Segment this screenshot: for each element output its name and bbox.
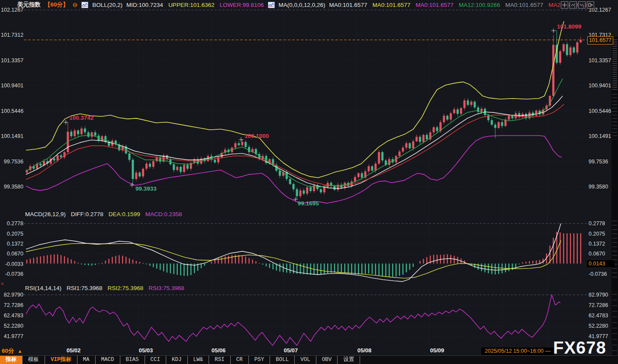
date-label: 05/03 <box>139 347 153 354</box>
chart-toolbar <box>561 1 594 9</box>
macd-axis-label: 0.1372 <box>1 240 23 247</box>
macd-axis-label: 0.2778 <box>1 220 23 227</box>
zoom-in-chart-icon[interactable] <box>570 1 577 9</box>
indicator-value: DEA:0.1599 <box>109 211 140 217</box>
ma-label: MA(0,0,0,12,0,26) <box>279 2 325 8</box>
price-axis-label: 101.3357 <box>1 57 23 64</box>
tab-vol[interactable]: VOL <box>295 356 316 364</box>
indicator-value: RSI1:75.3968 <box>67 285 103 291</box>
price-axis-label: 99.7536 <box>589 158 614 165</box>
indicator-value: MA0:101.6577 <box>329 2 367 8</box>
current-bar-time-tag: 2025/05/12 15:00~16:00 — <box>481 348 554 355</box>
indicator-value: RSI2:75.3968 <box>108 285 144 291</box>
macd-panel-header: MACD(26,12,9) DIFF:0.2778DEA:0.1599MACD:… <box>25 211 182 217</box>
rsi-axis-label: 82.9790 <box>1 291 23 298</box>
tab-rsi[interactable]: RSI <box>209 356 231 364</box>
price-axis-label: 101.3357 <box>589 57 614 64</box>
date-label: 05/07 <box>284 347 298 354</box>
rsi-values: RSI1:75.3968RSI2:75.3968RSI3:75.3968 <box>67 285 184 291</box>
indicator-value: LOWER:99.8106 <box>219 2 264 8</box>
collapse-icon[interactable]: ⊖ <box>73 1 78 8</box>
boll-label: BOLL(20,2) <box>92 2 122 8</box>
indicator-value: DIFF:0.2778 <box>71 211 103 217</box>
rsi-axis-label: 62.4783 <box>1 312 23 319</box>
indicator-value: MACD:0.2358 <box>145 211 182 217</box>
date-label: 05/02 <box>67 347 81 354</box>
panel-marker-icon[interactable]: ✕ <box>0 281 4 286</box>
macd-axis-label: -0.0736 <box>1 271 23 278</box>
rsi-axis-label: 72.7286 <box>589 302 614 309</box>
macd-axis-label: 0.2075 <box>1 230 23 237</box>
tab-cr[interactable]: CR <box>231 356 249 364</box>
indicator-value: MA0:101.6577 <box>372 2 410 8</box>
tab-kdj[interactable]: KDJ <box>166 356 188 364</box>
ma-values: MA0:101.6577MA0:101.6577MA0:101.6577MA12… <box>329 2 590 8</box>
macd-title[interactable]: MACD(26,12,9) <box>25 211 66 217</box>
date-label: 05/08 <box>357 347 372 354</box>
macd-axis-label: 0.0670 <box>1 250 23 257</box>
date-label: 05/06 <box>212 347 226 354</box>
export-chart-icon[interactable] <box>587 1 594 9</box>
price-annotation: 99.1695 <box>298 200 319 207</box>
indicator-value: MA12:100.9266 <box>459 2 500 8</box>
date-label: 05/09 <box>430 347 444 354</box>
ma-indicator-icon[interactable] <box>268 2 275 8</box>
tab-设置[interactable]: 设置 <box>338 356 360 364</box>
macd-axis-label: -0.0736 <box>589 271 614 278</box>
chart-header: 美元指数 【60分】 ⊖ BOLL(20,2) MID:100.7234UPPE… <box>17 0 590 10</box>
watermark: FX678 <box>553 338 606 358</box>
indicator-value: UPPER:101.6362 <box>168 2 215 8</box>
tab-模板[interactable]: 模板 <box>23 356 45 364</box>
price-axis-label: 100.9401 <box>1 82 23 89</box>
tab-indicators[interactable]: 指标 <box>0 356 23 364</box>
indicator-value: MA0:101.6577 <box>415 2 454 8</box>
tab-lw&[interactable]: LW& <box>188 356 209 364</box>
indicator-tabbar: 指标模板VIP指标MAMACDBIASCCIKDJLW&RSICRPSYBOLL… <box>0 355 618 364</box>
macd-axis-label: 0.1372 <box>589 240 614 247</box>
macd-values: DIFF:0.2778DEA:0.1599MACD:0.2358 <box>71 211 182 217</box>
boll-values: MID:100.7234UPPER:101.6362LOWER:99.8106 <box>126 2 264 8</box>
tab-macd[interactable]: MACD <box>96 356 120 364</box>
rsi-title[interactable]: RSI(14,14,14) <box>25 285 61 291</box>
rsi-axis-label: 52.2280 <box>589 322 614 329</box>
price-axis-label: 100.5446 <box>1 108 23 115</box>
macd-axis-label: 0.2075 <box>589 230 614 237</box>
price-annotation: 100.3742 <box>69 115 93 121</box>
zoom-out-chart-icon[interactable] <box>578 1 586 9</box>
price-axis-label: 100.1491 <box>589 133 614 140</box>
price-annotation: 101.8099 <box>557 23 581 30</box>
current-macd-tag: 0.0143 <box>587 260 615 267</box>
rsi-axis-label: 52.2280 <box>1 322 23 329</box>
tab-vip[interactable]: VIP指标 <box>45 356 77 364</box>
period-label[interactable]: 60分▲ <box>2 347 22 355</box>
rsi-axis-label: 41.9777 <box>1 333 23 340</box>
tab-obv[interactable]: OBV <box>316 356 338 364</box>
tab-bias[interactable]: BIAS <box>120 356 145 364</box>
rsi-axis-label: 82.9790 <box>589 291 614 298</box>
tab-cci[interactable]: CCI <box>145 356 167 364</box>
price-axis-label: 100.1491 <box>1 133 23 140</box>
chart-canvas[interactable]: 100.374299.3933100.100099.1695101.8099 <box>0 0 618 364</box>
rsi-axis-label: 62.4783 <box>589 312 614 319</box>
rsi-panel-header: RSI(14,14,14) RSI1:75.3968RSI2:75.3968RS… <box>25 285 184 291</box>
price-axis-label: 100.9401 <box>589 82 614 89</box>
macd-axis-label: 0.2778 <box>589 220 614 227</box>
indicator-value: MID:100.7234 <box>126 2 163 8</box>
macd-axis-label: 0.0670 <box>589 250 614 257</box>
crosshair-icon[interactable] <box>561 1 568 9</box>
indicator-value: RSI3:75.3968 <box>148 285 184 291</box>
tab-ma[interactable]: MA <box>77 356 96 364</box>
price-axis-label: 99.3580 <box>589 183 614 190</box>
tab-psy[interactable]: PSY <box>249 356 270 364</box>
price-axis-label: 100.5446 <box>589 108 614 115</box>
price-axis-label: 99.7536 <box>1 158 23 165</box>
macd-axis-label: -0.0033 <box>1 261 23 268</box>
boll-indicator-icon[interactable] <box>81 2 88 8</box>
price-annotation: 99.3933 <box>135 185 157 192</box>
timeframe-label[interactable]: 【60分】 <box>45 1 69 9</box>
price-annotation: 100.1000 <box>245 133 269 139</box>
period-arrow-icon: ▲ <box>18 348 23 354</box>
symbol-title: 美元指数 <box>17 1 41 9</box>
tab-boll[interactable]: BOLL <box>270 356 295 364</box>
indicator-value: MA0:101.6577 <box>505 2 543 8</box>
